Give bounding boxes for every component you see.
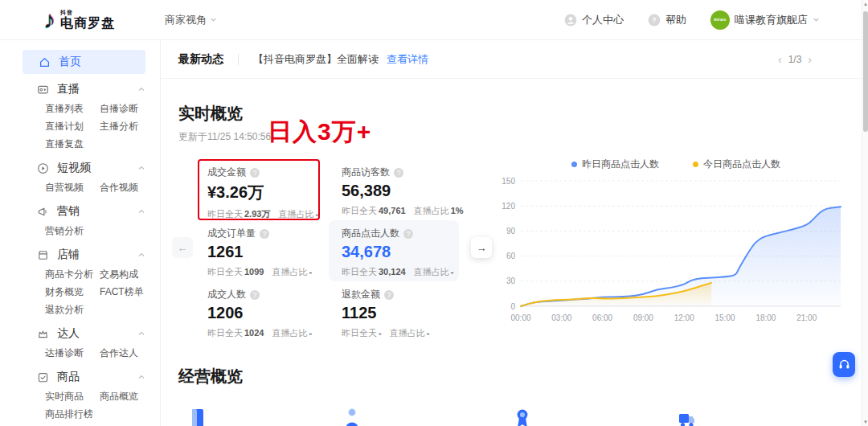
scroll-up-icon[interactable]: ▲	[862, 2, 868, 6]
customer-service-button[interactable]	[833, 352, 855, 377]
metric-cards: 成交金额? ¥3.26万 昨日全天2.93万直播占比- 商品访客数? 56,38…	[198, 159, 466, 342]
news-content: 【抖音电商罗盘】全面解读	[253, 52, 379, 67]
metric-card-buyers[interactable]: 成交人数? 1206 昨日全天1024直播占比-	[198, 281, 320, 342]
chevron-up-icon	[137, 373, 145, 381]
cards-prev-button[interactable]: ←	[172, 237, 193, 258]
svg-text:21:00: 21:00	[796, 313, 817, 322]
next-page-arrow[interactable]: ›	[808, 54, 812, 65]
svg-text:15:00: 15:00	[714, 313, 735, 322]
sidebar-subitem[interactable]: FACT榜单	[100, 285, 160, 299]
help-icon[interactable]: ?	[250, 168, 260, 178]
metric-card-clicks[interactable]: 商品点击人数? 34,678 昨日全天30,124直播占比-	[329, 220, 459, 281]
chevron-up-icon	[137, 251, 145, 259]
metric-label: 成交金额	[207, 166, 246, 179]
app-logo[interactable]: ♪ 抖音 电商罗盘	[43, 8, 115, 32]
help-icon[interactable]: ?	[394, 168, 403, 178]
doc-icon	[190, 408, 207, 426]
metric-sub: 昨日全天1099直播占比-	[207, 266, 320, 278]
sidebar-section-header[interactable]: 直播	[0, 79, 160, 100]
svg-text:120: 120	[502, 202, 515, 211]
top-header: ♪ 抖音 电商罗盘 商家视角 个人中心 ? 帮助 miao 喵课教育旗舰店	[0, 0, 868, 40]
shop-account-dropdown[interactable]: miao 喵课教育旗舰店	[710, 10, 820, 30]
help-icon[interactable]: ?	[260, 229, 269, 239]
prev-page-arrow[interactable]: ‹	[778, 54, 782, 65]
shop-avatar: miao	[710, 10, 730, 30]
sidebar-subitem[interactable]: 商品排行榜	[45, 408, 92, 421]
metric-card-orders[interactable]: 成交订单量? 1261 昨日全天1099直播占比-	[198, 220, 320, 281]
sidebar-section-header[interactable]: 商品	[0, 367, 160, 387]
sidebar-section: 直播 直播列表自播诊断直播计划主播分析直播复盘	[0, 79, 160, 153]
sidebar-home-label: 首页	[59, 55, 81, 69]
page-scrollbar[interactable]: ▲ ▼	[862, 0, 868, 426]
metric-card-refund[interactable]: 退款金额? 1125 昨日全天-直播占比-	[332, 281, 454, 342]
metric-value: 1125	[342, 304, 454, 322]
sidebar-subitem[interactable]: 合作达人	[100, 346, 160, 360]
sidebar-subitem[interactable]: 自播诊断	[100, 102, 160, 116]
help-button[interactable]: ? 帮助	[648, 13, 686, 27]
help-icon[interactable]: ?	[384, 290, 394, 300]
help-icon[interactable]: ?	[250, 290, 260, 300]
cards-next-button[interactable]: →	[471, 237, 492, 258]
metric-label: 成交订单量	[207, 227, 256, 240]
svg-text:0: 0	[510, 302, 515, 311]
sidebar-subitem[interactable]: 交易构成	[100, 268, 160, 281]
view-switch-dropdown[interactable]: 商家视角	[165, 13, 217, 27]
person-icon	[564, 14, 577, 27]
scrollbar-thumb[interactable]	[863, 11, 868, 132]
chevron-up-icon	[137, 164, 145, 172]
metric-sub: 昨日全天30,124直播占比-	[342, 266, 459, 278]
metric-card-visitors[interactable]: 商品访客数? 56,389 昨日全天49,761直播占比1%	[332, 159, 454, 220]
sidebar-section-header[interactable]: 短视频	[0, 158, 160, 178]
legend-dot-icon	[571, 162, 577, 167]
sidebar-subitem[interactable]: 达播诊断	[45, 346, 92, 360]
sidebar-section-header[interactable]: 营销	[0, 201, 160, 222]
metric-sub: 昨日全天-直播占比-	[342, 327, 454, 339]
metric-card-gmv[interactable]: 成交金额? ¥3.26万 昨日全天2.93万直播占比-	[198, 159, 320, 220]
user-center-button[interactable]: 个人中心	[564, 13, 624, 27]
home-icon	[39, 56, 51, 68]
sidebar-subitem[interactable]: 自营视频	[45, 181, 92, 195]
scroll-down-icon[interactable]: ▼	[862, 420, 868, 424]
marketing-icon	[37, 206, 49, 218]
news-pagination: ‹ 1/3 ›	[778, 54, 812, 65]
sidebar-section-header[interactable]: 达人	[0, 323, 160, 344]
chevron-up-icon	[137, 207, 145, 215]
sidebar-section: 短视频 自营视频合作视频	[0, 158, 160, 196]
goods-icon	[37, 371, 49, 383]
sidebar-section: 营销 营销分析	[0, 201, 160, 240]
metric-sub: 昨日全天1024直播占比-	[207, 327, 320, 339]
sidebar-section: 达人 达播诊断合作达人	[0, 323, 160, 362]
sidebar-subitem[interactable]: 直播列表	[45, 102, 92, 116]
sidebar-subitem[interactable]: 营销分析	[45, 224, 92, 238]
sidebar-subitem[interactable]: 合作视频	[100, 181, 160, 195]
svg-text:09:00: 09:00	[633, 313, 653, 322]
page-indicator: 1/3	[788, 54, 802, 65]
sidebar-subitem[interactable]: 商品概览	[100, 390, 160, 403]
sidebar-subitem[interactable]: 直播复盘	[45, 137, 92, 151]
sidebar-section-header[interactable]: 店铺	[0, 244, 160, 265]
sidebar-section: 商品 实时商品商品概览商品排行榜	[0, 367, 160, 423]
sidebar-item-home[interactable]: 首页	[23, 50, 145, 74]
medal-icon	[514, 408, 532, 426]
chart-svg: 030609012015000:0003:0006:0009:0012:0015…	[498, 171, 854, 336]
person-icon	[344, 408, 362, 426]
sidebar-subitem[interactable]: 实时商品	[45, 390, 92, 403]
legend-item-yesterday[interactable]: 昨日商品点击人数	[571, 158, 659, 171]
chevron-up-icon	[137, 330, 145, 338]
talent-icon	[37, 328, 49, 340]
sidebar-subitem[interactable]: 直播计划	[45, 120, 92, 133]
updated-timestamp: 更新于11/25 14:50:56	[178, 130, 271, 144]
video-icon	[37, 162, 49, 174]
metric-label: 成交人数	[207, 288, 246, 301]
svg-text:?: ?	[652, 15, 657, 24]
metric-value: 1206	[207, 304, 320, 322]
sidebar-subitem[interactable]: 主播分析	[100, 120, 160, 133]
douyin-note-icon: ♪	[43, 8, 55, 32]
sidebar-subitem[interactable]: 财务概览	[45, 285, 92, 299]
sidebar-subitem[interactable]: 退款分析	[45, 303, 92, 317]
legend-item-today[interactable]: 今日商品点击人数	[693, 158, 780, 171]
help-icon[interactable]: ?	[403, 229, 413, 239]
sidebar-subitem[interactable]: 商品卡分析	[45, 268, 92, 281]
metric-sub: 昨日全天2.93万直播占比-	[207, 208, 318, 220]
news-detail-link[interactable]: 查看详情	[387, 52, 428, 67]
